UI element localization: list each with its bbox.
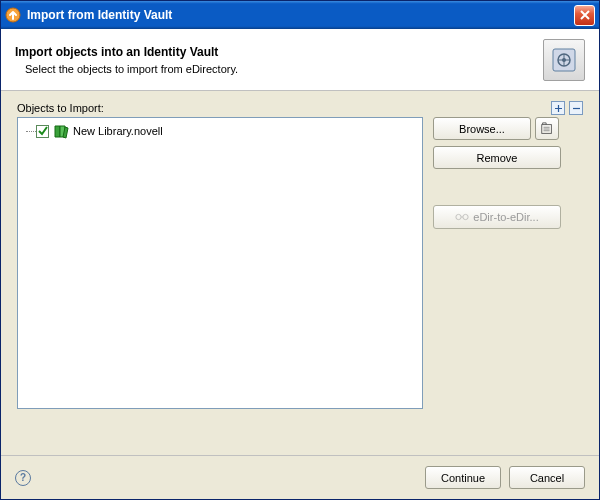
help-icon[interactable]: ? [15, 470, 31, 486]
svg-point-10 [456, 214, 461, 219]
tree-checkbox[interactable] [36, 125, 49, 138]
remove-button[interactable]: Remove [433, 146, 561, 169]
library-icon [53, 123, 69, 139]
titlebar: Import from Identity Vault [1, 1, 599, 29]
edir-label: eDir-to-eDir... [473, 211, 538, 223]
close-button[interactable] [574, 5, 595, 26]
footer: ? Continue Cancel [1, 455, 599, 499]
objects-tree[interactable]: New Library.novell [17, 117, 423, 409]
page-subtitle: Select the objects to import from eDirec… [15, 63, 543, 75]
header-panel: Import objects into an Identity Vault Se… [1, 29, 599, 91]
browse-button[interactable]: Browse... [433, 117, 531, 140]
vault-icon [543, 39, 585, 81]
model-browse-button[interactable] [535, 117, 559, 140]
tree-connector [26, 131, 36, 132]
expand-all-button[interactable] [551, 101, 565, 115]
cancel-button[interactable]: Cancel [509, 466, 585, 489]
page-title: Import objects into an Identity Vault [15, 45, 543, 59]
svg-point-11 [463, 214, 468, 219]
objects-label: Objects to Import: [17, 102, 551, 114]
collapse-all-button[interactable] [569, 101, 583, 115]
app-icon [5, 7, 21, 23]
window-title: Import from Identity Vault [27, 8, 574, 22]
edir-to-edir-button: eDir-to-eDir... [433, 205, 561, 229]
tree-item-label: New Library.novell [73, 125, 163, 137]
continue-button[interactable]: Continue [425, 466, 501, 489]
tree-item[interactable]: New Library.novell [22, 122, 418, 140]
